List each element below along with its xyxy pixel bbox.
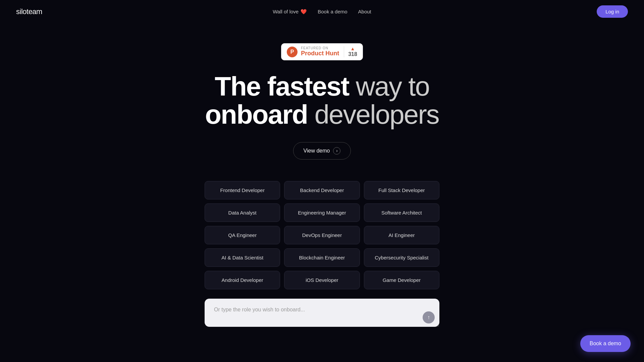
hero-section: P FEATURED ON Product Hunt ▲ 318 The fas… [0,23,644,328]
hero-headline: The fastest way to onboard developers [205,72,439,129]
nav-book-demo[interactable]: Book a demo [318,9,347,14]
role-button[interactable]: AI & Data Scientist [205,248,280,267]
role-button[interactable]: Game Developer [364,271,439,289]
product-hunt-text: FEATURED ON Product Hunt [301,47,339,57]
product-hunt-icon: P [287,47,298,57]
roles-grid: Frontend DeveloperBackend DeveloperFull … [205,181,439,289]
role-button[interactable]: Android Developer [205,271,280,289]
navbar: siloteam Wall of love ❤️ Book a demo Abo… [0,0,644,23]
send-button[interactable]: ↑ [423,311,435,323]
role-button[interactable]: Data Analyst [205,203,280,222]
product-hunt-count: ▲ 318 [344,46,357,57]
book-demo-fab-button[interactable]: Book a demo [580,335,631,352]
role-button[interactable]: Software Architect [364,203,439,222]
role-button[interactable]: AI Engineer [364,226,439,244]
role-button[interactable]: Frontend Developer [205,181,280,199]
heart-emoji: ❤️ [301,9,307,15]
role-button[interactable]: Backend Developer [284,181,360,199]
role-button[interactable]: iOS Developer [284,271,360,289]
login-button[interactable]: Log in [597,5,628,18]
view-demo-button[interactable]: View demo › [293,142,351,160]
role-button[interactable]: Cybersecurity Specialist [364,248,439,267]
logo-text: siloteam [16,7,42,16]
role-input-wrap: ↑ [205,299,439,328]
role-button[interactable]: Engineering Manager [284,203,360,222]
role-input[interactable] [205,299,439,327]
product-hunt-badge[interactable]: P FEATURED ON Product Hunt ▲ 318 [281,43,363,60]
role-button[interactable]: QA Engineer [205,226,280,244]
send-icon: ↑ [427,314,430,320]
role-button[interactable]: Full Stack Developer [364,181,439,199]
nav-links: Wall of love ❤️ Book a demo About [273,9,371,15]
role-button[interactable]: Blockchain Engineer [284,248,360,267]
roles-section: Frontend DeveloperBackend DeveloperFull … [0,181,644,328]
nav-wall-of-love[interactable]: Wall of love ❤️ [273,9,307,15]
role-button[interactable]: DevOps Engineer [284,226,360,244]
arrow-right-icon: › [333,147,340,155]
upvote-arrow-icon: ▲ [351,46,355,51]
logo[interactable]: siloteam [16,7,42,16]
nav-about[interactable]: About [358,9,371,14]
